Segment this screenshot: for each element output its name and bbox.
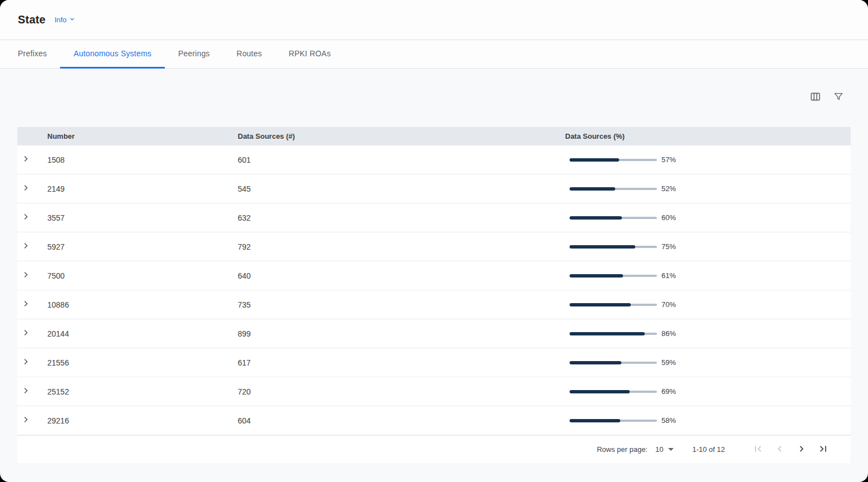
table-row: 2149 545 52% xyxy=(17,174,851,203)
chevron-right-icon xyxy=(21,269,32,282)
tab-autonomous-systems[interactable]: Autonomous Systems xyxy=(60,40,165,69)
view-columns-button[interactable] xyxy=(808,91,822,104)
row-pct-cell: 70% xyxy=(565,300,851,309)
row-pct-label: 69% xyxy=(661,387,676,396)
progress-bar xyxy=(570,361,657,365)
next-page-button[interactable] xyxy=(795,442,808,456)
progress-fill xyxy=(570,158,619,162)
table-toolbar xyxy=(17,91,851,104)
row-number: 5927 xyxy=(47,242,238,251)
previous-page-button[interactable] xyxy=(773,442,787,456)
rows-per-page-label: Rows per page: xyxy=(597,445,648,454)
rows-per-page-value: 10 xyxy=(655,445,663,454)
row-data-sources: 899 xyxy=(238,329,565,338)
column-header-data-sources-pct: Data Sources (%) xyxy=(565,132,851,140)
chevron-left-icon xyxy=(774,443,786,456)
last-page-icon xyxy=(817,443,829,456)
row-number: 7500 xyxy=(47,271,238,280)
page-title: State xyxy=(18,13,46,26)
filter-icon xyxy=(833,91,844,104)
row-number: 21556 xyxy=(47,358,238,367)
column-header-data-sources-count: Data Sources (#) xyxy=(238,132,565,140)
table-header-row: Number Data Sources (#) Data Sources (%) xyxy=(17,127,851,145)
chevron-right-icon xyxy=(21,211,32,224)
progress-fill xyxy=(570,187,615,191)
chevron-down-icon xyxy=(69,16,75,24)
progress-fill xyxy=(570,274,623,277)
row-data-sources: 792 xyxy=(238,242,565,251)
progress-bar xyxy=(570,158,657,162)
row-number: 29216 xyxy=(47,416,238,425)
row-pct-label: 58% xyxy=(661,416,676,425)
table-row: 20144 899 86% xyxy=(17,319,851,348)
table-row: 10886 735 70% xyxy=(17,290,851,319)
chevron-right-icon xyxy=(21,414,32,427)
expand-row-button[interactable] xyxy=(19,298,33,311)
row-number: 3557 xyxy=(47,213,238,222)
expand-row-button[interactable] xyxy=(19,182,33,196)
progress-bar xyxy=(570,245,657,249)
expand-row-button[interactable] xyxy=(19,385,33,398)
first-page-icon xyxy=(752,443,764,456)
row-pct-cell: 57% xyxy=(565,155,851,164)
chevron-right-icon xyxy=(21,153,32,166)
table-row: 21556 617 59% xyxy=(17,348,851,377)
row-data-sources: 601 xyxy=(238,155,565,164)
tab-prefixes[interactable]: Prefixes xyxy=(4,40,60,69)
info-dropdown-label: Info xyxy=(55,16,67,24)
progress-bar xyxy=(570,390,657,394)
tab-routes[interactable]: Routes xyxy=(223,40,276,69)
row-data-sources: 735 xyxy=(238,300,565,309)
expand-row-button[interactable] xyxy=(19,414,33,427)
row-pct-cell: 52% xyxy=(565,184,851,193)
pagination-range-label: 1-10 of 12 xyxy=(692,445,725,454)
expand-row-button[interactable] xyxy=(19,153,33,167)
progress-bar xyxy=(570,274,657,278)
row-number: 10886 xyxy=(47,300,238,309)
row-pct-cell: 61% xyxy=(565,271,851,280)
row-pct-label: 57% xyxy=(661,155,676,164)
row-pct-label: 59% xyxy=(661,358,676,367)
expand-row-button[interactable] xyxy=(19,327,33,340)
table-body: 1508 601 57% xyxy=(17,145,851,435)
table-row: 7500 640 61% xyxy=(17,261,851,290)
row-pct-label: 70% xyxy=(661,300,676,309)
row-data-sources: 632 xyxy=(238,213,565,222)
pagination-controls xyxy=(751,442,830,456)
info-dropdown[interactable]: Info xyxy=(55,16,75,24)
chevron-right-icon xyxy=(21,356,32,369)
row-pct-cell: 59% xyxy=(565,358,851,367)
tab-peerings[interactable]: Peerings xyxy=(165,40,223,69)
rows-per-page-select[interactable]: 10 xyxy=(655,445,674,454)
progress-fill xyxy=(570,390,630,393)
expand-row-button[interactable] xyxy=(19,211,33,225)
autonomous-systems-table: Number Data Sources (#) Data Sources (%)… xyxy=(17,127,851,463)
row-data-sources: 545 xyxy=(238,184,565,193)
progress-fill xyxy=(570,303,631,306)
chevron-right-icon xyxy=(21,327,32,340)
row-pct-cell: 60% xyxy=(565,213,851,222)
chevron-right-icon xyxy=(796,443,807,456)
caret-down-icon xyxy=(668,448,674,451)
chevron-right-icon xyxy=(21,182,32,195)
expand-row-button[interactable] xyxy=(19,269,33,283)
expand-row-button[interactable] xyxy=(19,356,33,369)
expand-row-button[interactable] xyxy=(19,240,33,254)
row-pct-cell: 58% xyxy=(565,416,851,425)
row-data-sources: 617 xyxy=(238,358,565,367)
row-pct-cell: 86% xyxy=(565,329,851,338)
row-pct-label: 52% xyxy=(661,184,676,193)
tab-rpki-roas[interactable]: RPKI ROAs xyxy=(275,40,344,69)
progress-bar xyxy=(570,187,657,191)
filter-button[interactable] xyxy=(832,91,845,104)
row-number: 1508 xyxy=(47,155,238,164)
row-pct-label: 86% xyxy=(661,329,676,338)
table-row: 1508 601 57% xyxy=(17,145,851,174)
progress-fill xyxy=(570,332,645,335)
row-number: 20144 xyxy=(47,329,238,338)
last-page-button[interactable] xyxy=(816,442,830,456)
row-pct-label: 60% xyxy=(661,213,676,222)
first-page-button[interactable] xyxy=(751,442,765,456)
row-pct-label: 75% xyxy=(661,242,676,251)
row-pct-label: 61% xyxy=(661,271,676,280)
